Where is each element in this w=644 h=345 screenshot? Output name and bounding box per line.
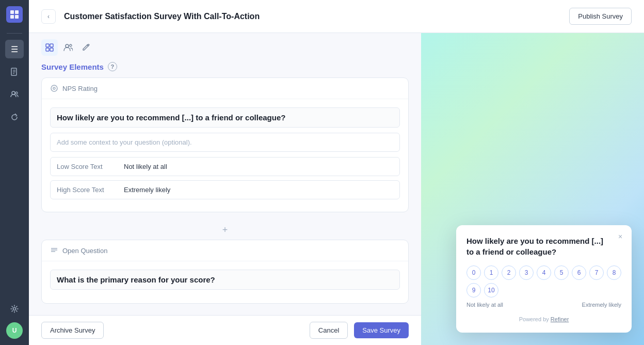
- page-title: Customer Satisfaction Survey With Call-T…: [64, 12, 561, 21]
- nps-low-label: Not likely at all: [466, 302, 503, 308]
- svg-rect-13: [50, 44, 53, 47]
- nps-card-header: NPS Rating: [42, 78, 408, 99]
- sidebar-bottom: U: [5, 300, 24, 339]
- svg-rect-0: [10, 10, 14, 14]
- preview-panel: × How likely are you to recommend [...] …: [421, 33, 644, 345]
- nps-type-label: NPS Rating: [62, 85, 98, 92]
- toolbar-elements-icon[interactable]: [41, 39, 58, 56]
- low-score-value: Not likely at all: [124, 163, 167, 170]
- nps-number-6[interactable]: 6: [572, 265, 586, 280]
- svg-point-18: [53, 87, 55, 89]
- svg-rect-2: [10, 15, 14, 19]
- nps-question-text[interactable]: How likely are you to recommend [...] to…: [50, 107, 400, 128]
- sidebar-divider-1: [7, 33, 22, 34]
- back-button[interactable]: ‹: [41, 9, 56, 24]
- svg-rect-3: [15, 15, 19, 19]
- nps-number-3[interactable]: 3: [519, 265, 534, 280]
- main-area: ‹ Customer Satisfaction Survey With Call…: [29, 0, 644, 345]
- nps-number-10[interactable]: 10: [484, 283, 498, 297]
- high-score-row: High Score Text Extremely likely: [50, 180, 400, 199]
- svg-point-17: [51, 85, 57, 91]
- add-element-button[interactable]: +: [41, 221, 409, 240]
- section-title: Survey Elements: [41, 62, 104, 71]
- high-score-label: High Score Text: [57, 186, 124, 194]
- toolbar-audience-icon[interactable]: [60, 39, 76, 56]
- sidebar-item-users[interactable]: [5, 85, 24, 104]
- content-area: Survey Elements ? NPS Rating How likely …: [29, 33, 644, 345]
- archive-button[interactable]: Archive Survey: [41, 322, 104, 339]
- nps-high-label: Extremely likely: [582, 302, 621, 308]
- publish-button[interactable]: Publish Survey: [569, 8, 632, 25]
- svg-point-15: [66, 44, 69, 48]
- toolbar-design-icon[interactable]: [78, 39, 95, 56]
- powered-by-link[interactable]: Refiner: [551, 316, 569, 322]
- open-question-card-header: Open Question: [42, 240, 408, 261]
- svg-rect-14: [50, 48, 53, 51]
- sidebar-item-settings[interactable]: [5, 300, 24, 318]
- open-question-card-body: What is the primary reason for your scor…: [42, 261, 408, 303]
- survey-popup: × How likely are you to recommend [...] …: [456, 225, 632, 333]
- save-button[interactable]: Save Survey: [354, 322, 409, 338]
- user-avatar[interactable]: U: [6, 322, 23, 339]
- svg-rect-1: [15, 10, 19, 14]
- high-score-value: Extremely likely: [124, 186, 170, 194]
- footer: Archive Survey Cancel Save Survey: [29, 315, 421, 345]
- open-question-text[interactable]: What is the primary reason for your scor…: [50, 270, 400, 290]
- nps-number-1[interactable]: 1: [484, 265, 498, 280]
- app-logo[interactable]: [6, 6, 23, 23]
- help-icon[interactable]: ?: [108, 62, 117, 71]
- survey-area: Survey Elements ? NPS Rating How likely …: [29, 62, 421, 315]
- svg-rect-12: [46, 48, 49, 51]
- header: ‹ Customer Satisfaction Survey With Call…: [29, 0, 644, 33]
- svg-rect-11: [46, 44, 49, 47]
- svg-point-16: [70, 44, 72, 46]
- svg-point-8: [12, 91, 15, 95]
- low-score-label: Low Score Text: [57, 163, 124, 170]
- open-question-type-label: Open Question: [62, 247, 107, 255]
- nps-number-8[interactable]: 8: [607, 265, 621, 280]
- sidebar-item-grid[interactable]: ☰: [5, 40, 24, 58]
- nps-number-7[interactable]: 7: [589, 265, 604, 280]
- editor-panel: Survey Elements ? NPS Rating How likely …: [29, 33, 421, 345]
- svg-point-10: [13, 308, 16, 310]
- nps-labels: Not likely at all Extremely likely: [466, 302, 621, 308]
- section-header: Survey Elements ?: [41, 62, 409, 71]
- sidebar-item-document[interactable]: [5, 62, 24, 81]
- nps-card: NPS Rating How likely are you to recomme…: [41, 77, 409, 212]
- cancel-button[interactable]: Cancel: [310, 322, 348, 339]
- nps-number-2[interactable]: 2: [502, 265, 516, 280]
- nps-scale: 012345678910: [466, 265, 621, 297]
- powered-by: Powered by Refiner: [466, 316, 621, 322]
- popup-question-text: How likely are you to recommend [...] to…: [466, 236, 621, 257]
- nps-context-input[interactable]: Add some context to your question (optio…: [50, 133, 400, 152]
- popup-close-button[interactable]: ×: [615, 231, 625, 242]
- nps-card-body: How likely are you to recommend [...] to…: [42, 99, 408, 212]
- open-question-card: Open Question What is the primary reason…: [41, 240, 409, 304]
- nps-number-9[interactable]: 9: [466, 283, 481, 297]
- nps-number-4[interactable]: 4: [537, 265, 551, 280]
- nps-number-0[interactable]: 0: [466, 265, 481, 280]
- toolbar: [29, 33, 421, 62]
- sidebar-item-refresh[interactable]: [5, 108, 24, 127]
- sidebar: ☰ U: [0, 0, 29, 345]
- svg-point-9: [15, 92, 18, 94]
- low-score-row: Low Score Text Not likely at all: [50, 157, 400, 176]
- nps-number-5[interactable]: 5: [554, 265, 569, 280]
